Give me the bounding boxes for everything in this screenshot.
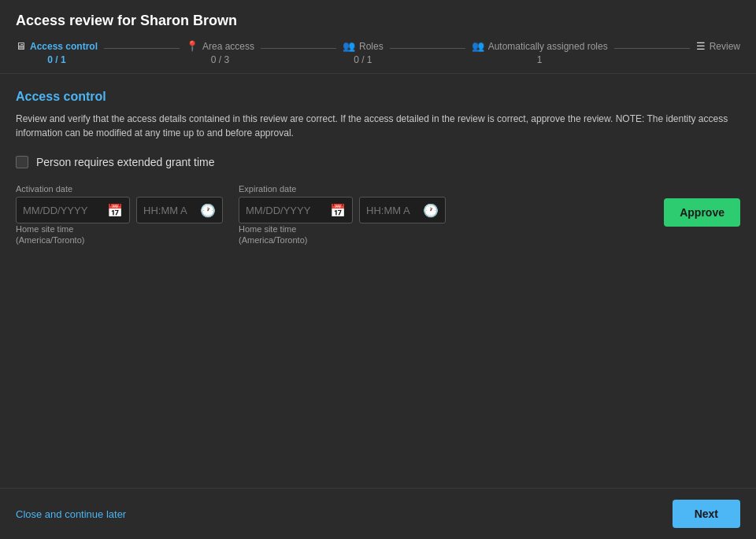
activation-home-site-time: Home site time (America/Toronto)	[16, 223, 223, 246]
activation-tz: (America/Toronto)	[16, 235, 84, 245]
step-area-access-label: Area access	[202, 41, 254, 52]
activation-date-label: Activation date	[16, 184, 130, 194]
step-line-4	[614, 48, 690, 49]
expiration-time-box[interactable]: 🕐	[359, 197, 446, 223]
activation-time-input[interactable]	[143, 205, 195, 216]
activation-date-box[interactable]: 📅	[16, 197, 130, 223]
expiration-date-label: Expiration date	[239, 184, 353, 194]
expiration-group: Expiration date 📅 🕐	[239, 184, 446, 246]
activation-time-box[interactable]: 🕐	[136, 197, 223, 223]
auto-roles-icon: 👥	[472, 40, 484, 52]
step-review-label: Review	[710, 41, 740, 52]
step-area-access-count: 0 / 3	[186, 54, 254, 65]
approve-button[interactable]: Approve	[664, 198, 740, 227]
activation-time-group: 🕐	[136, 184, 223, 223]
step-roles-count: 0 / 1	[343, 54, 384, 65]
step-auto-roles-label: Automatically assigned roles	[488, 41, 608, 52]
roles-icon: 👥	[343, 40, 355, 52]
expiration-time-clock-icon[interactable]: 🕐	[423, 203, 439, 218]
extended-grant-label: Person requires extended grant time	[36, 156, 214, 168]
step-area-access[interactable]: 📍 Area access 0 / 3	[186, 40, 254, 65]
expiration-home-site-time: Home site time (America/Toronto)	[239, 223, 446, 246]
activation-date-group: Activation date 📅	[16, 184, 130, 223]
activation-date-input[interactable]	[23, 205, 102, 216]
step-line-1	[104, 48, 180, 49]
page-footer: Close and continue later Next	[0, 488, 756, 539]
page-header: Access review for Sharon Brown 🖥 Access …	[0, 0, 756, 74]
step-review[interactable]: ☰ Review	[696, 40, 740, 54]
extended-grant-row: Person requires extended grant time	[16, 156, 740, 168]
activation-group: Activation date 📅 🕐	[16, 184, 223, 246]
section-title: Access control	[16, 90, 740, 104]
activation-home-site-label: Home site time	[16, 224, 73, 234]
location-icon: 📍	[186, 40, 198, 52]
step-access-control[interactable]: 🖥 Access control 0 / 1	[16, 40, 98, 65]
expiration-time-group: 🕐	[359, 184, 446, 223]
approve-button-wrapper: Approve	[664, 184, 740, 227]
step-line-3	[390, 48, 465, 49]
step-navigation: 🖥 Access control 0 / 1 📍 Area access 0 /…	[16, 40, 740, 65]
monitor-icon: 🖥	[16, 40, 26, 52]
step-access-control-count: 0 / 1	[16, 54, 98, 65]
main-content: Access control Review and verify that th…	[0, 74, 756, 488]
expiration-date-input[interactable]	[246, 205, 325, 216]
review-icon: ☰	[696, 40, 706, 52]
expiration-date-calendar-icon[interactable]: 📅	[330, 203, 346, 218]
page-container: Access review for Sharon Brown 🖥 Access …	[0, 0, 756, 539]
activation-fields: Activation date 📅 🕐	[16, 184, 223, 223]
next-button[interactable]: Next	[673, 500, 740, 528]
expiration-fields: Expiration date 📅 🕐	[239, 184, 446, 223]
step-line-2	[261, 48, 336, 49]
datetime-approve-row: Activation date 📅 🕐	[16, 184, 740, 246]
expiration-time-input[interactable]	[366, 205, 418, 216]
step-roles-label: Roles	[359, 41, 384, 52]
expiration-date-box[interactable]: 📅	[239, 197, 353, 223]
page-title: Access review for Sharon Brown	[16, 13, 740, 29]
expiration-time-label	[359, 184, 446, 194]
activation-time-label	[136, 184, 223, 194]
activation-date-calendar-icon[interactable]: 📅	[107, 203, 123, 218]
step-auto-roles-count: 1	[472, 54, 608, 65]
close-later-link[interactable]: Close and continue later	[16, 508, 126, 520]
activation-time-clock-icon[interactable]: 🕐	[200, 203, 216, 218]
step-access-control-label: Access control	[30, 41, 98, 52]
extended-grant-checkbox[interactable]	[16, 156, 28, 168]
step-auto-roles[interactable]: 👥 Automatically assigned roles 1	[472, 40, 608, 65]
expiration-date-group: Expiration date 📅	[239, 184, 353, 223]
expiration-home-site-label: Home site time	[239, 224, 296, 234]
section-description: Review and verify that the access detail…	[16, 112, 740, 140]
step-roles[interactable]: 👥 Roles 0 / 1	[343, 40, 384, 65]
expiration-tz: (America/Toronto)	[239, 235, 307, 245]
